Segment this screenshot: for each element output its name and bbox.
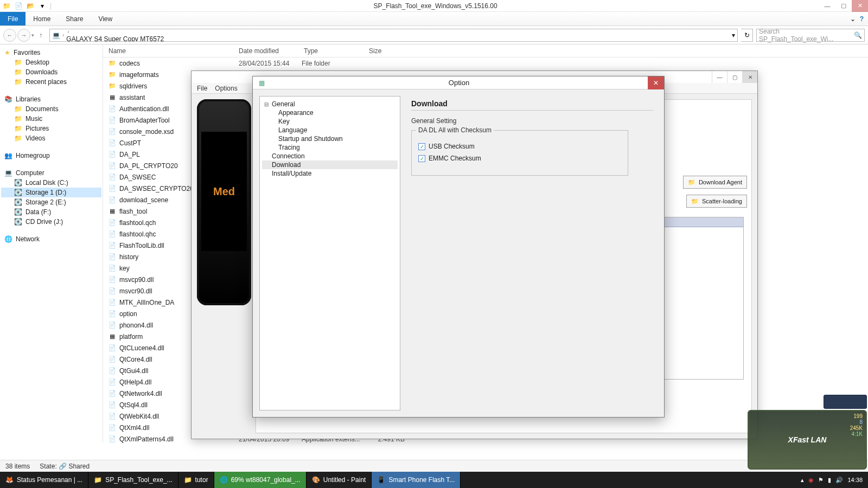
tree-tracing[interactable]: Tracing (262, 143, 398, 152)
history-dropdown-icon[interactable]: ▾ (31, 33, 34, 38)
system-tray[interactable]: ▴ ◉ ⚑ ▮ 🔊 14:38 (795, 472, 868, 488)
spft-close[interactable]: ✕ (742, 71, 757, 83)
taskbar-item[interactable]: 📱Smart Phone Flash T... (372, 472, 461, 488)
col-date[interactable]: Date modified (239, 47, 304, 55)
nav-item[interactable]: 💽Local Disk (C:) (1, 178, 101, 188)
file-icon: 📄 (108, 185, 116, 192)
spft-minimize[interactable]: — (712, 71, 727, 83)
nav-item[interactable]: 💽Data (F:) (1, 207, 101, 217)
tray-volume-icon[interactable]: 🔊 (835, 477, 843, 484)
nav-item[interactable]: 💽Storage 2 (E:) (1, 197, 101, 207)
taskbar-item[interactable]: 🎨Untitled - Paint (307, 472, 372, 488)
scatter-loading-button[interactable]: 📁Scatter-loading (686, 195, 747, 208)
taskbar-item[interactable]: 📁SP_Flash_Tool_exe_... (88, 472, 178, 488)
nav-item[interactable]: 💽CD Drive (J:) (1, 217, 101, 227)
file-icon: 📄 (108, 230, 116, 238)
up-button[interactable]: ↑ (35, 30, 46, 41)
new-folder-icon[interactable]: 📂 (26, 2, 35, 10)
nav-item[interactable]: 📁Downloads (1, 67, 101, 77)
file-icon: 📄 (108, 196, 116, 204)
computer-icon: 💻 (4, 169, 12, 177)
ribbon-tab-file[interactable]: File (0, 12, 25, 25)
tree-appearance[interactable]: Appearance (262, 108, 398, 117)
checkbox-checked-icon[interactable]: ✓ (418, 155, 425, 162)
file-icon: 📄 (108, 390, 116, 397)
col-size[interactable]: Size (369, 47, 412, 55)
nav-item[interactable]: 📁Pictures (1, 124, 101, 133)
folder-icon: 📁 (14, 68, 22, 76)
nav-item[interactable]: 💽Storage 1 (D:) (1, 188, 101, 197)
tree-key[interactable]: Key (262, 117, 398, 126)
tray-network-icon[interactable]: ▮ (828, 477, 831, 484)
tree-download[interactable]: Download (262, 160, 398, 169)
minimize-button[interactable]: — (819, 0, 835, 12)
spft-menu-options[interactable]: Options (215, 85, 237, 92)
homegroup-group[interactable]: 👥Homegroup (1, 151, 101, 160)
collapse-icon[interactable]: ⊟ (264, 101, 270, 107)
libraries-group[interactable]: 📚Libraries (1, 94, 101, 104)
maximize-button[interactable]: ▢ (835, 0, 852, 12)
breadcrumb[interactable]: GALAXY S4 Super Copy MT6572 (66, 35, 190, 42)
nav-item[interactable]: 📁Recent places (1, 77, 101, 87)
chevron-down-icon[interactable]: ▾ (732, 31, 735, 39)
file-icon: 📄 (108, 322, 116, 329)
tray-chevron-icon[interactable]: ▴ (801, 477, 804, 484)
star-icon: ★ (4, 49, 10, 56)
chevron-down-icon[interactable]: ▾ (38, 2, 47, 10)
nav-item[interactable]: 📁Videos (1, 133, 101, 143)
usb-checksum-label: USB Checksum (429, 143, 475, 150)
status-bar: 38 items State: 🔗 Shared (0, 460, 868, 472)
tree-install[interactable]: Install/Update (262, 169, 398, 178)
chevron-down-icon[interactable]: ⌄ (850, 15, 856, 23)
forward-button[interactable]: → (17, 29, 30, 42)
file-icon: ▦ (108, 208, 116, 215)
tree-connection[interactable]: Connection (262, 152, 398, 160)
file-icon: ▦ (108, 94, 116, 101)
spft-menu-file[interactable]: File (197, 85, 207, 92)
file-row[interactable]: 📁codecs28/04/2015 15:44File folder (103, 57, 868, 69)
close-button[interactable]: ✕ (852, 0, 868, 12)
usb-checksum-row[interactable]: ✓ USB Checksum (418, 143, 621, 150)
refresh-button[interactable]: ↻ (741, 29, 753, 42)
option-content: Download General Setting DA DL All with … (407, 96, 658, 410)
help-icon[interactable]: ? (860, 15, 864, 23)
tree-general[interactable]: ⊟General (262, 100, 398, 108)
col-type[interactable]: Type (304, 47, 369, 55)
download-agent-button[interactable]: 📁Download Agent (683, 176, 747, 189)
option-dialog: ▦ Option ✕ ⊟General Appearance Key Langu… (252, 76, 665, 418)
col-name[interactable]: Name (103, 47, 239, 55)
computer-group[interactable]: 💻Computer (1, 168, 101, 178)
tray-clock[interactable]: 14:38 (847, 477, 863, 483)
network-group[interactable]: 🌐Network (1, 234, 101, 244)
chevron-right-icon[interactable]: › (66, 29, 70, 35)
ribbon-tab-view[interactable]: View (91, 12, 120, 25)
properties-icon[interactable]: 📄 (14, 2, 23, 10)
taskbar-item[interactable]: 🌐69% wt88047_global_... (214, 472, 307, 488)
app-icon: 📁 (184, 476, 192, 484)
emmc-checksum-row[interactable]: ✓ EMMC Checksum (418, 155, 621, 162)
tray-security-icon[interactable]: ◉ (808, 477, 814, 484)
search-placeholder: Search SP_Flash_Tool_exe_Wi... (759, 28, 852, 43)
nav-item[interactable]: 📁Documents (1, 104, 101, 114)
tree-language[interactable]: Language (262, 126, 398, 134)
tray-flag-icon[interactable]: ⚑ (818, 477, 824, 484)
search-input[interactable]: Search SP_Flash_Tool_exe_Wi... 🔍 (756, 29, 865, 42)
ribbon-tab-home[interactable]: Home (25, 12, 58, 25)
taskbar-item[interactable]: 🦊Status Pemesanan | ... (0, 472, 88, 488)
file-icon: 📄 (108, 105, 116, 113)
spft-maximize[interactable]: ▢ (727, 71, 742, 83)
address-bar[interactable]: 💻 › Computer›Storage 1 (D:)›Android Firm… (49, 29, 738, 42)
checkbox-checked-icon[interactable]: ✓ (418, 143, 425, 150)
nav-item[interactable]: 📁Music (1, 114, 101, 124)
back-button[interactable]: ← (3, 29, 16, 42)
favorites-group[interactable]: ★Favorites (1, 48, 101, 57)
app-icon: 🌐 (220, 476, 228, 484)
nav-item[interactable]: 📁Desktop (1, 57, 101, 67)
option-close-button[interactable]: ✕ (648, 76, 664, 89)
taskbar: 🦊Status Pemesanan | ...📁SP_Flash_Tool_ex… (0, 472, 868, 488)
ribbon-tab-share[interactable]: Share (58, 12, 91, 25)
tree-startup[interactable]: Startup and Shutdown (262, 134, 398, 143)
taskbar-item[interactable]: 📁tutor (178, 472, 214, 488)
file-icon: ▦ (108, 333, 116, 341)
folder-icon: 📁 (14, 134, 22, 142)
